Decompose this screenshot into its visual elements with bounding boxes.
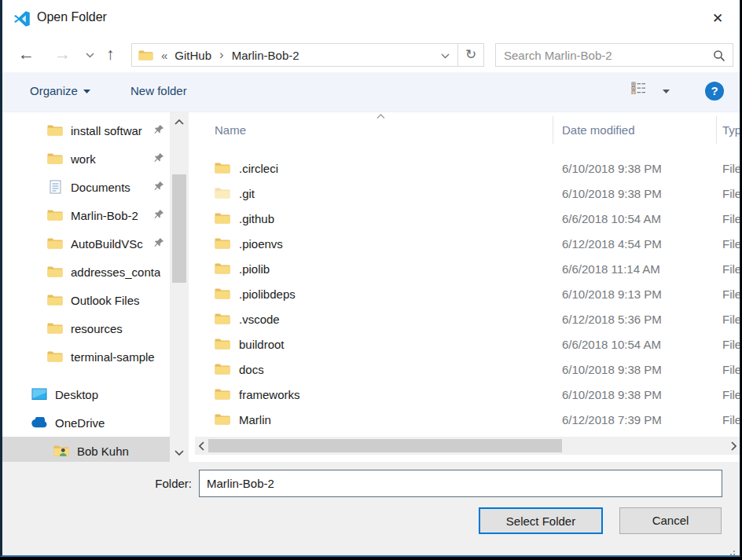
file-row[interactable]: docs 6/10/2018 9:38 PM File: [191, 357, 740, 382]
breadcrumb-root-chevron[interactable]: «: [161, 49, 167, 62]
folder-icon: [46, 350, 64, 363]
help-button[interactable]: ?: [705, 82, 724, 101]
file-name-cell: docs: [191, 363, 264, 376]
sidebar-item-label: Outlook Files: [71, 294, 140, 307]
file-row[interactable]: buildroot 6/6/2018 10:54 AM File: [191, 331, 740, 357]
breadcrumb-segment-current[interactable]: Marlin-Bob-2: [232, 49, 299, 62]
file-date-modified: 6/6/2018 10:54 AM: [562, 212, 661, 225]
file-name-cell: .piolibdeps: [191, 287, 296, 301]
column-header-date-modified[interactable]: Date modified: [562, 123, 635, 137]
folder-icon: [46, 209, 64, 221]
folder-name-input[interactable]: [199, 470, 722, 497]
column-header-name[interactable]: Name: [215, 123, 246, 137]
folder-icon: [46, 152, 64, 165]
sidebar-item-label: resources: [71, 322, 123, 335]
file-row[interactable]: .vscode 6/12/2018 5:36 PM File: [191, 306, 740, 331]
view-mode-button[interactable]: [631, 82, 677, 102]
file-date-modified: 6/10/2018 9:38 PM: [562, 162, 662, 175]
folder-icon: [215, 162, 230, 174]
file-row[interactable]: frameworks 6/10/2018 9:38 PM File: [191, 382, 740, 407]
file-type: File: [722, 162, 740, 175]
file-name: frameworks: [239, 388, 300, 401]
sidebar-item[interactable]: resources: [2, 314, 170, 342]
scroll-right-icon[interactable]: [727, 437, 740, 455]
file-name-cell: .github: [191, 212, 274, 225]
refresh-icon[interactable]: ↻: [457, 44, 483, 66]
vscode-logo-icon: [13, 9, 31, 28]
file-type: File: [722, 338, 740, 351]
file-row[interactable]: .piolib 6/6/2018 11:14 AM File: [191, 256, 740, 281]
new-folder-button[interactable]: New folder: [130, 84, 187, 97]
file-row[interactable]: .piolibdeps 6/10/2018 9:13 PM File: [191, 281, 740, 306]
list-view-icon: [631, 82, 646, 94]
sidebar-item[interactable]: AutoBuildVSc: [2, 229, 170, 258]
breadcrumb-separator-icon[interactable]: ›: [219, 47, 224, 63]
file-name: buildroot: [239, 338, 285, 351]
sidebar-scrollbar-thumb[interactable]: [172, 174, 186, 283]
file-row[interactable]: .circleci 6/10/2018 9:38 PM File: [191, 156, 740, 181]
file-name: .git: [239, 187, 255, 200]
file-name-cell: .git: [191, 187, 255, 200]
file-date-modified: 6/10/2018 9:38 PM: [562, 363, 662, 376]
close-icon[interactable]: ✕: [707, 8, 729, 30]
column-divider[interactable]: [716, 116, 717, 144]
file-name-cell: .pioenvs: [191, 237, 283, 251]
back-button[interactable]: ←: [18, 42, 35, 66]
column-divider[interactable]: [553, 116, 553, 144]
search-input[interactable]: [496, 44, 710, 66]
file-type: File: [722, 287, 740, 301]
horizontal-scrollbar-thumb[interactable]: [208, 439, 562, 452]
sidebar-item[interactable]: install softwar: [2, 116, 170, 145]
sidebar-item[interactable]: terminal-sample: [2, 342, 170, 371]
sidebar-item[interactable]: Bob Kuhn: [2, 437, 170, 462]
pin-icon: [153, 181, 170, 194]
file-name: .vscode: [239, 313, 280, 326]
file-row[interactable]: .git 6/10/2018 9:38 PM File: [191, 181, 740, 206]
column-header-type[interactable]: Typ: [722, 123, 740, 137]
folder-icon: [46, 294, 64, 306]
sidebar-item[interactable]: addresses_conta: [2, 258, 170, 286]
file-name: .piolib: [239, 262, 270, 276]
window-title: Open Folder: [37, 10, 107, 24]
sidebar-item-label: Bob Kuhn: [77, 445, 129, 458]
search-icon[interactable]: [713, 49, 725, 62]
recent-locations-chevron-icon[interactable]: [86, 53, 94, 58]
dialog-footer: Folder: Select Folder Cancel: [2, 462, 740, 557]
scroll-up-icon[interactable]: [170, 114, 189, 130]
file-row[interactable]: Marlin 6/12/2018 7:39 PM File: [191, 407, 740, 432]
cancel-button[interactable]: Cancel: [619, 507, 722, 534]
breadcrumb-segment-github[interactable]: GitHub: [174, 49, 211, 62]
sidebar-item[interactable]: OneDrive: [2, 408, 170, 437]
scroll-left-icon[interactable]: [195, 437, 208, 455]
horizontal-scrollbar[interactable]: [195, 437, 740, 455]
folder-icon: [215, 287, 230, 300]
sidebar-scrollbar[interactable]: [170, 112, 189, 462]
folder-field-label: Folder:: [146, 477, 192, 490]
file-row[interactable]: .pioenvs 6/12/2018 4:54 PM File: [191, 231, 740, 256]
up-button[interactable]: ↑: [106, 42, 115, 66]
sidebar-item[interactable]: Desktop: [2, 380, 170, 408]
address-dropdown-chevron-icon[interactable]: [433, 48, 457, 62]
file-row[interactable]: .github 6/6/2018 10:54 AM File: [191, 206, 740, 231]
sidebar-item-label: AutoBuildVSc: [71, 237, 143, 251]
view-mode-caret-icon: [663, 90, 670, 93]
sidebar-item[interactable]: Marlin-Bob-2: [2, 201, 170, 229]
file-type: File: [722, 388, 740, 401]
file-name: .github: [239, 212, 274, 225]
sidebar-item[interactable]: Outlook Files: [2, 286, 170, 314]
file-name: Marlin: [239, 413, 271, 426]
file-type: File: [722, 187, 740, 200]
resize-grip[interactable]: [733, 551, 735, 552]
select-folder-button[interactable]: Select Folder: [479, 507, 603, 534]
sidebar-item[interactable]: Documents: [2, 173, 170, 201]
address-bar[interactable]: « GitHub › Marlin-Bob-2 ↻: [131, 43, 484, 67]
file-name-cell: .circleci: [191, 162, 278, 175]
sidebar-item[interactable]: work: [2, 145, 170, 173]
open-folder-dialog: Open Folder ✕ ← → ↑ « GitHub › Marlin-Bo…: [0, 0, 740, 557]
file-date-modified: 6/6/2018 10:54 AM: [562, 338, 661, 351]
scroll-down-icon[interactable]: [170, 445, 189, 460]
command-toolbar: Organize New folder ?: [2, 72, 740, 112]
forward-button: →: [54, 42, 71, 66]
organize-menu[interactable]: Organize: [30, 84, 90, 97]
pin-icon: [153, 152, 170, 166]
